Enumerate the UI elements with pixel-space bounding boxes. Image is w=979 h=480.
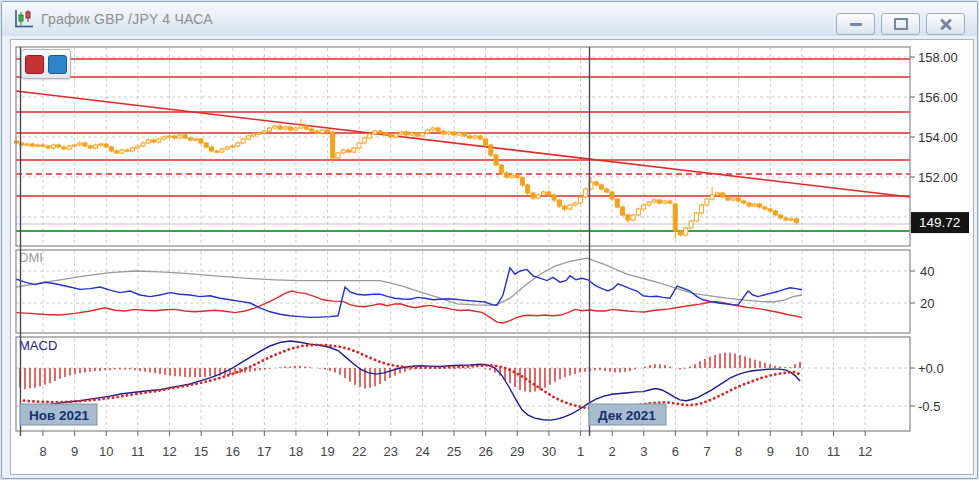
candle-body bbox=[552, 195, 556, 200]
day-axis-label: 16 bbox=[225, 444, 239, 459]
candle-body bbox=[136, 146, 140, 148]
month-label-box-1: Дек 2021 bbox=[589, 404, 666, 425]
candle-body bbox=[710, 195, 714, 199]
candle-body bbox=[484, 139, 488, 145]
candle-body bbox=[157, 139, 161, 142]
price-axis-label: 156.00 bbox=[918, 90, 958, 105]
candle-body bbox=[626, 215, 630, 220]
candle-body bbox=[457, 133, 461, 135]
day-axis-label: 8 bbox=[735, 444, 742, 459]
candle-body bbox=[115, 151, 119, 153]
macd-axis-label: -0.5 bbox=[918, 399, 940, 414]
day-axis-label: 15 bbox=[194, 444, 208, 459]
candle-body bbox=[362, 138, 366, 143]
candle-body bbox=[120, 150, 124, 153]
candle-body bbox=[252, 134, 256, 136]
day-axis-label: 12 bbox=[162, 444, 176, 459]
day-axis-label: 7 bbox=[703, 444, 710, 459]
candle-body bbox=[431, 128, 435, 130]
price-axis-label: 154.00 bbox=[918, 130, 958, 145]
candle-body bbox=[494, 155, 498, 165]
candle-body bbox=[510, 175, 514, 177]
price-tag-value: 149.72 bbox=[919, 215, 960, 230]
candle-body bbox=[162, 137, 166, 139]
candle-body bbox=[779, 215, 783, 218]
candle-body bbox=[542, 192, 546, 195]
candle-body bbox=[352, 148, 356, 152]
macd-panel: MACD bbox=[16, 337, 910, 431]
day-axis-label: 18 bbox=[289, 444, 303, 459]
candle-body bbox=[178, 135, 182, 138]
candle-body bbox=[668, 201, 672, 203]
candle-body bbox=[663, 201, 667, 203]
day-axis-label: 6 bbox=[672, 444, 679, 459]
day-axis-label: 12 bbox=[858, 444, 872, 459]
candle-body bbox=[104, 144, 108, 147]
candle-body bbox=[631, 215, 635, 220]
candle-body bbox=[520, 177, 524, 185]
candle-body bbox=[320, 130, 324, 133]
candle-body bbox=[426, 130, 430, 133]
month-label: Дек 2021 bbox=[598, 408, 656, 423]
candle-body bbox=[636, 209, 640, 215]
candle-body bbox=[768, 209, 772, 211]
candle-body bbox=[51, 145, 55, 148]
candle-body bbox=[336, 153, 340, 158]
candle-body bbox=[536, 195, 540, 198]
candle-body bbox=[72, 145, 76, 146]
candle-body bbox=[447, 132, 451, 134]
candle-body bbox=[773, 211, 777, 215]
candle-body bbox=[236, 143, 240, 146]
candle-body bbox=[215, 151, 219, 152]
day-axis-label: 3 bbox=[640, 444, 647, 459]
month-label-box-0: Нов 2021 bbox=[20, 404, 97, 425]
candle-body bbox=[436, 128, 440, 131]
candle-body bbox=[194, 139, 198, 140]
candle-body bbox=[742, 201, 746, 203]
price-axis-label: 152.00 bbox=[918, 170, 958, 185]
candle-body bbox=[357, 143, 361, 148]
day-axis-label: 22 bbox=[352, 444, 366, 459]
day-axis-label: 10 bbox=[99, 444, 113, 459]
candle-body bbox=[794, 219, 798, 223]
candle-body bbox=[368, 134, 372, 138]
candle-body bbox=[294, 128, 298, 130]
candle-body bbox=[278, 126, 282, 129]
day-axis-label: 2 bbox=[609, 444, 616, 459]
candle-body bbox=[267, 128, 271, 131]
day-axis-label: 30 bbox=[542, 444, 556, 459]
candle-body bbox=[726, 197, 730, 200]
candle-body bbox=[410, 133, 414, 135]
day-axis-label: 11 bbox=[827, 444, 841, 459]
dmi-panel: DMI bbox=[16, 250, 910, 333]
candle-body bbox=[347, 150, 351, 152]
candle-body bbox=[557, 200, 561, 206]
candle-body bbox=[657, 200, 661, 203]
candle-body bbox=[289, 127, 293, 130]
candle-body bbox=[88, 146, 92, 148]
candle-body bbox=[563, 206, 567, 209]
dmi-label: DMI bbox=[19, 250, 43, 265]
red-tool-button[interactable] bbox=[25, 55, 44, 74]
chart-canvas: DMIMACDНов 2021Дек 2021158.00156.00154.0… bbox=[0, 0, 979, 480]
candle-body bbox=[526, 185, 530, 193]
candle-body bbox=[547, 192, 551, 195]
candle-body bbox=[752, 204, 756, 206]
day-axis-label: 10 bbox=[795, 444, 809, 459]
candle-body bbox=[652, 200, 656, 202]
candle-body bbox=[763, 207, 767, 209]
candle-body bbox=[315, 131, 319, 133]
candle-body bbox=[204, 143, 208, 147]
candle-body bbox=[130, 148, 134, 151]
candle-body bbox=[325, 130, 329, 132]
day-axis-label: 9 bbox=[767, 444, 774, 459]
candle-body bbox=[225, 147, 229, 149]
candle-body bbox=[173, 136, 177, 138]
blue-tool-button[interactable] bbox=[48, 55, 67, 74]
candle-body bbox=[262, 131, 266, 133]
candle-body bbox=[700, 205, 704, 213]
candle-body bbox=[599, 185, 603, 189]
day-axis-label: 26 bbox=[478, 444, 492, 459]
candle-body bbox=[605, 189, 609, 192]
candle-body bbox=[452, 132, 456, 135]
